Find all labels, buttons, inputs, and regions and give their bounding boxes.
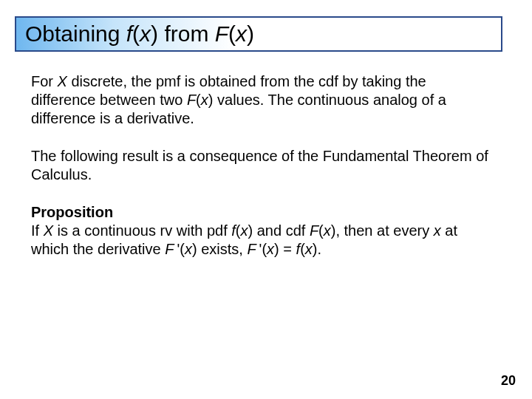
var-x: x: [201, 92, 208, 108]
proposition-block: Proposition If X is a continuous rv with…: [31, 203, 489, 259]
var-x: x: [185, 241, 192, 257]
slide-title-box: Obtaining f(x) from F(x): [15, 16, 502, 52]
paren: (: [196, 92, 201, 108]
page-number: 20: [501, 373, 516, 389]
paren: (: [180, 241, 185, 257]
paren: (: [300, 241, 305, 257]
title-paren: ): [151, 21, 158, 46]
var-F: F: [247, 241, 256, 257]
equals: =: [279, 241, 296, 257]
body-text: , then at every: [335, 222, 433, 239]
slide-title: Obtaining f(x) from F(x): [25, 21, 254, 47]
title-f: f: [126, 21, 132, 46]
var-F: F: [310, 222, 318, 239]
paren: (: [318, 222, 324, 239]
title-x: x: [236, 21, 247, 46]
var-F: F: [187, 92, 196, 108]
body-text: exists,: [197, 241, 248, 257]
paren: ): [192, 241, 197, 257]
slide-content: For X discrete, the pmf is obtained from…: [31, 72, 489, 278]
proposition-body: If X is a continuous rv with pdf f(x) an…: [31, 222, 489, 259]
title-text: from: [158, 21, 215, 46]
body-text: For: [31, 73, 58, 89]
var-x: x: [267, 241, 274, 257]
period: .: [317, 241, 321, 257]
title-x: x: [140, 21, 151, 46]
paren: ): [274, 241, 279, 257]
body-text: and cdf: [253, 222, 310, 239]
title-bigf: F: [215, 21, 228, 46]
var-X: X: [58, 73, 67, 89]
title-text: Obtaining: [25, 21, 126, 46]
var-x: x: [324, 222, 331, 239]
proposition-heading: Proposition: [31, 203, 489, 222]
body-text: The following result is a consequence of…: [31, 148, 488, 183]
var-x: x: [305, 241, 313, 257]
var-F: F: [165, 241, 174, 257]
paragraph-2: The following result is a consequence of…: [31, 147, 489, 184]
var-x: x: [240, 222, 248, 239]
body-text: If: [31, 222, 44, 239]
title-paren: ): [247, 21, 254, 46]
title-paren: (: [228, 21, 236, 46]
paragraph-1: For X discrete, the pmf is obtained from…: [31, 72, 489, 128]
body-text: is a continuous rv with pdf: [53, 222, 231, 239]
var-X: X: [44, 222, 53, 239]
var-x: x: [434, 222, 441, 239]
title-paren: (: [132, 21, 140, 46]
